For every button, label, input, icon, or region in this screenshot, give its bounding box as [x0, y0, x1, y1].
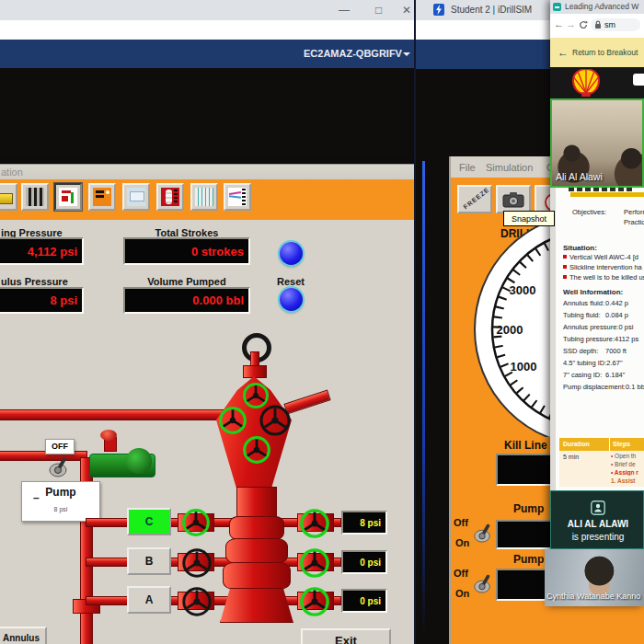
host-menu[interactable]: EC2AMAZ-QBGRIFV [304, 48, 405, 59]
left-browser-window: — □ ✕ r ⋮ EC2AMAZ-QBGRIFV ation [0, 0, 416, 644]
situation-label: Situation: [563, 244, 597, 252]
left-sim-toolbar [0, 179, 415, 220]
pump-box-title: Pump [22, 486, 99, 499]
box-icon[interactable] [0, 183, 17, 211]
flow-pipe [0, 409, 227, 420]
tree-valve-left[interactable] [218, 406, 247, 435]
breakout-banner: ← Return to Breakout [550, 38, 644, 67]
situation-item: Slickline intervention ha [569, 263, 644, 271]
steps-header: Steps [613, 441, 630, 447]
pump2-on-label: On [455, 588, 469, 599]
clipped-heading [569, 188, 635, 191]
reload-icon[interactable] [579, 20, 588, 29]
exit-button[interactable]: Exit [301, 628, 391, 644]
right-url-pill[interactable]: sm [591, 18, 640, 31]
objective-1: Perform [624, 208, 644, 216]
annulus-pressure-value: 8 psi [50, 293, 82, 307]
line-c-valve[interactable] [181, 508, 211, 537]
situation-item: Vertical Well AWC-4 [d [569, 253, 644, 261]
panel-icon[interactable] [122, 183, 150, 211]
line-a-right-valve[interactable] [299, 586, 330, 617]
steps-table: Duration Steps 5 min • Open th • Brief d… [559, 438, 644, 487]
left-tabstrip: — □ ✕ [0, 0, 416, 21]
pump-box-psi: 8 psi [22, 506, 99, 512]
back-arrow-icon[interactable]: ← [558, 46, 569, 59]
well-info-label: Well Information: [563, 288, 623, 296]
chart-icon[interactable] [224, 183, 251, 211]
participant-name: Ali Al Alawi [556, 171, 603, 182]
duration-header: Duration [563, 441, 590, 447]
spool-icon[interactable] [156, 183, 184, 211]
step-text: Assign r [615, 469, 638, 476]
pump-wheel [126, 448, 152, 474]
line-a-pressure-display: 0 psi [341, 589, 387, 613]
pump-toggle-switch[interactable] [47, 454, 69, 478]
right-address-bar: ← → sm [550, 14, 644, 39]
header-button-fragment[interactable] [633, 74, 644, 86]
right-url-text: sm [604, 20, 638, 29]
minimize-button[interactable]: — [339, 5, 350, 16]
pump1-off-label: Off [454, 517, 468, 528]
console-icon[interactable] [88, 183, 116, 211]
forward-icon[interactable]: → [566, 19, 576, 29]
line-a-valve[interactable] [181, 586, 213, 617]
bars-icon[interactable] [190, 183, 218, 211]
pump2-toggle[interactable] [472, 571, 492, 595]
vessel-seg-1 [229, 516, 284, 540]
line-c-button[interactable]: C [127, 508, 171, 535]
content-panel: Objectives: Perform Practice Situation: … [550, 188, 644, 490]
volume-pumped-label: Volume Pumped [123, 276, 250, 287]
duration-cell: 5 min [563, 454, 579, 460]
right-tab-title[interactable]: Leading Advanced W [565, 2, 642, 11]
info-row: Pump displacement:0.1 bb [563, 383, 644, 391]
bullet-icon [563, 275, 567, 279]
tubing-pressure-value: 4,112 psi [28, 245, 82, 259]
tree-valve-right[interactable] [259, 404, 292, 437]
schematic-icon[interactable] [54, 183, 82, 211]
pump2-label: Pump [513, 553, 544, 566]
info-key: Annulus pressure: [563, 323, 618, 331]
info-value: 7000 ft [605, 347, 627, 355]
info-row: 7" casing ID:6.184" [563, 371, 644, 379]
objective-2: Practice [624, 218, 644, 226]
line-b-right-valve[interactable] [299, 547, 330, 579]
presenting-box: ALI AL ALAWI is presenting [550, 490, 644, 549]
kill-line-display [496, 454, 552, 486]
close-button[interactable]: ✕ [402, 5, 411, 16]
annulus-button[interactable]: Annulus [0, 627, 47, 644]
pump2-off-label: Off [454, 568, 468, 579]
info-key: Annulus fluid: [563, 299, 605, 307]
back-icon[interactable]: ← [554, 19, 564, 29]
gauge-tick-1000: 1000 [511, 360, 537, 374]
table-row: 5 min • Open th • Brief de • Assign r 1.… [559, 451, 644, 487]
pump-valve-knob [100, 430, 117, 441]
pump1-toggle[interactable] [472, 521, 492, 545]
video-ali: Ali Al Alawi [550, 98, 644, 188]
info-value: 4112 ps [615, 335, 638, 343]
menu-simulation[interactable]: Simulation [486, 162, 533, 173]
step-text: Brief de [615, 461, 635, 467]
line-c-right-valve[interactable] [299, 508, 330, 539]
annulus-pressure-display: 8 psi [0, 287, 84, 314]
wellbore-icon[interactable] [21, 183, 49, 211]
vessel-seg-4 [220, 588, 293, 623]
info-key: Tubing pressure: [563, 335, 615, 343]
step-text: 1. Assist [611, 477, 636, 484]
vessel-seg-3 [223, 562, 291, 590]
strokes-reset-button[interactable] [280, 242, 303, 265]
info-row: Tubing pressure:4112 ps [563, 335, 644, 343]
maximize-button[interactable]: □ [375, 5, 382, 16]
menu-file[interactable]: File [459, 162, 476, 173]
objectives-label: Objectives: [572, 208, 606, 216]
total-strokes-value: 0 strokes [191, 245, 248, 259]
line-b-button[interactable]: B [127, 547, 171, 575]
line-a-button[interactable]: A [127, 586, 171, 614]
tree-valve-bottom[interactable] [242, 435, 271, 465]
breakout-link[interactable]: Return to Breakout [572, 48, 644, 57]
step-item: • Brief de [611, 461, 644, 467]
line-b-valve[interactable] [181, 547, 213, 579]
info-row: Annulus pressure:0 psi [563, 323, 644, 331]
step-item: • Assign r [611, 469, 644, 476]
edge-glow [422, 161, 425, 635]
volume-reset-button[interactable] [280, 288, 303, 311]
